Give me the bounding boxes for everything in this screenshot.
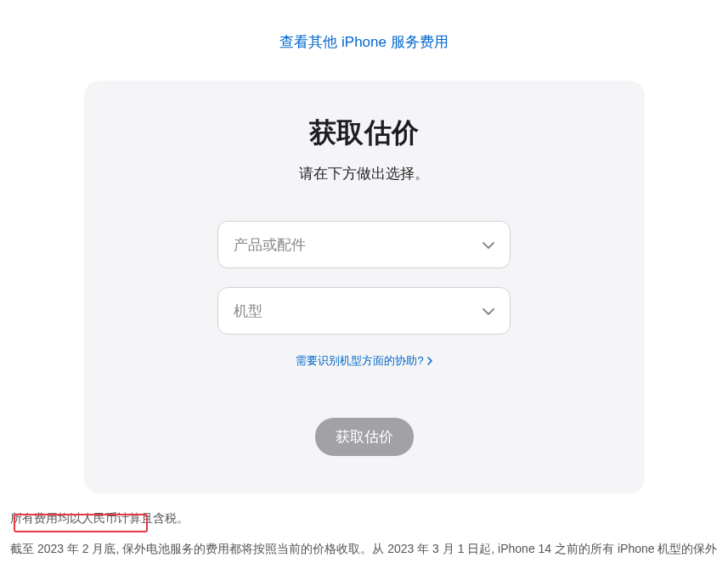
chevron-down-icon [483,303,494,318]
help-link-label: 需要识别机型方面的协助? [296,353,423,369]
footer-note-2: 截至 2023 年 2 月底, 保外电池服务的费用都将按照当前的价格收取。从 2… [10,539,718,563]
product-select-label: 产品或配件 [234,235,306,255]
card-subtitle: 请在下方做出选择。 [118,164,611,183]
top-link[interactable]: 查看其他 iPhone 服务费用 [0,0,728,52]
chevron-down-icon [483,237,494,252]
help-link[interactable]: 需要识别机型方面的协助? [296,353,432,369]
model-select-label: 机型 [234,301,262,321]
model-select[interactable]: 机型 [217,287,511,335]
card-title: 获取估价 [118,115,611,152]
footer-note-1: 所有费用均以人民币计算且含税。 [10,509,718,527]
get-estimate-button[interactable]: 获取估价 [315,418,414,456]
product-select[interactable]: 产品或配件 [217,221,511,268]
product-select-wrap: 产品或配件 [217,221,511,268]
estimate-card: 获取估价 请在下方做出选择。 产品或配件 机型 需要识别机型方面的协助? 获取估… [84,81,645,493]
chevron-right-icon [427,355,432,368]
model-select-wrap: 机型 [217,287,511,335]
